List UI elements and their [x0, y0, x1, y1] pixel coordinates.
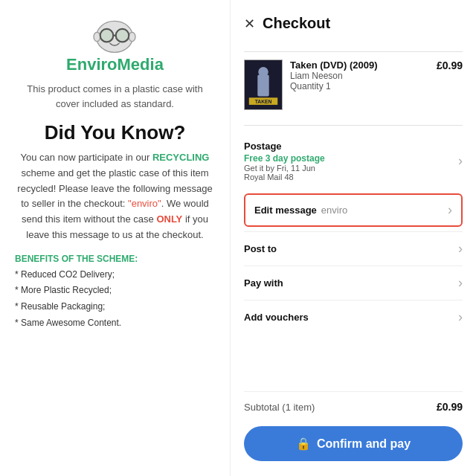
subtotal-price: £0.99	[437, 401, 463, 413]
did-you-know-heading: Did You Know?	[45, 121, 186, 144]
logo-text: EnviroMedia	[66, 55, 164, 74]
edit-message-left: Edit message enviro	[254, 205, 347, 216]
product-thumbnail: TAKEN	[244, 60, 283, 110]
benefit-4: * Same Awesome Content.	[15, 315, 121, 332]
pay-with-chevron-icon: ›	[458, 275, 463, 291]
subtotal-label: Subtotal (1 item)	[244, 402, 315, 413]
pay-with-label: Pay with	[244, 277, 283, 289]
logo-svg	[89, 18, 141, 55]
pay-with-row[interactable]: Pay with ›	[244, 266, 463, 300]
product-price: £0.99	[437, 60, 463, 71]
svg-text:TAKEN: TAKEN	[255, 99, 272, 104]
benefit-1: * Reduced CO2 Delivery;	[15, 267, 121, 283]
add-vouchers-chevron-icon: ›	[458, 309, 463, 325]
main-body-text: You can now participate in our RECYCLING…	[15, 150, 215, 243]
postage-detail1: Get it by Fri, 11 Jun	[244, 164, 325, 173]
product-description: This product comes in a plastic case wit…	[15, 82, 215, 111]
product-actor: Liam Neeson	[290, 71, 429, 81]
product-cover-svg: TAKEN	[245, 60, 282, 110]
add-vouchers-row[interactable]: Add vouchers ›	[244, 300, 463, 334]
checkout-header: ✕ Checkout	[244, 15, 463, 32]
product-name: Taken (DVD) (2009)	[290, 60, 429, 71]
close-icon[interactable]: ✕	[244, 16, 255, 32]
subtotal-row: Subtotal (1 item) £0.99	[244, 391, 463, 422]
edit-message-value: enviro	[321, 205, 347, 216]
benefit-3: * Reusable Packaging;	[15, 299, 121, 315]
checkout-title: Checkout	[263, 15, 330, 32]
postage-row[interactable]: Postage Free 3 day postage Get it by Fri…	[244, 133, 463, 189]
postage-detail2: Royal Mail 48	[244, 173, 325, 181]
svg-rect-9	[257, 75, 268, 97]
benefits-list: * Reduced CO2 Delivery; * More Plastic R…	[15, 267, 121, 331]
postage-info: Postage Free 3 day postage Get it by Fri…	[244, 141, 325, 181]
logo-black-part: Enviro	[66, 55, 117, 74]
edit-message-row[interactable]: Edit message enviro ›	[244, 193, 463, 227]
post-to-chevron-icon: ›	[458, 241, 463, 257]
benefit-2: * More Plastic Recycled;	[15, 283, 121, 299]
svg-point-10	[258, 67, 268, 77]
product-info: Taken (DVD) (2009) Liam Neeson Quantity …	[290, 60, 429, 91]
svg-point-6	[101, 30, 113, 42]
quote-word: "enviro"	[128, 198, 161, 209]
post-to-row[interactable]: Post to ›	[244, 231, 463, 266]
product-quantity: Quantity 1	[290, 81, 429, 91]
only-word: ONLY	[156, 213, 182, 225]
add-vouchers-label: Add vouchers	[244, 312, 309, 323]
postage-label: Postage	[244, 141, 325, 152]
lock-icon: 🔒	[296, 437, 311, 451]
product-divider	[244, 125, 463, 126]
benefits-title: BENEFITS OF THE SCHEME:	[15, 254, 138, 264]
postage-chevron-icon: ›	[458, 153, 463, 169]
svg-point-7	[117, 30, 129, 42]
left-panel: EnviroMedia This product comes in a plas…	[0, 0, 231, 476]
header-divider	[244, 51, 463, 52]
logo-area: EnviroMedia	[66, 18, 164, 74]
logo-green-part: Media	[118, 55, 164, 74]
edit-message-chevron-icon: ›	[448, 202, 452, 218]
postage-free-label: Free 3 day postage	[244, 153, 325, 164]
svg-point-2	[129, 32, 136, 41]
main-text-part1: You can now participate in our	[21, 152, 152, 163]
post-to-label: Post to	[244, 243, 277, 254]
product-row: TAKEN Taken (DVD) (2009) Liam Neeson Qua…	[244, 60, 463, 110]
edit-message-label: Edit message	[254, 205, 317, 216]
recycling-word: RECYCLING	[152, 152, 210, 163]
confirm-pay-button[interactable]: 🔒 Confirm and pay	[244, 426, 463, 461]
svg-point-1	[94, 32, 100, 41]
confirm-pay-label: Confirm and pay	[317, 437, 411, 451]
right-panel: ✕ Checkout TAKEN Taken (DVD) (2009) Liam…	[231, 0, 476, 476]
